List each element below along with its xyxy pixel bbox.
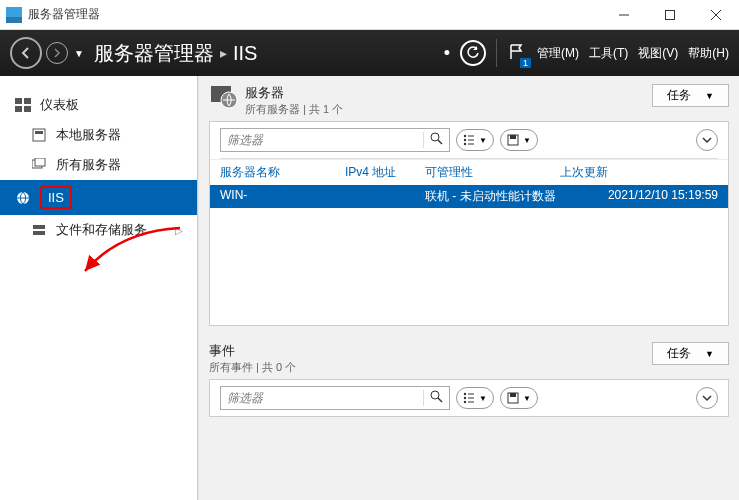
sidebar-item-label: 所有服务器	[56, 156, 121, 174]
search-icon[interactable]	[423, 390, 449, 406]
servers-table-header: 服务器名称 IPv4 地址 可管理性 上次更新	[210, 159, 728, 185]
events-tasks-button[interactable]: 任务 ▼	[652, 342, 729, 365]
chevron-down-icon	[702, 393, 712, 403]
menu-view[interactable]: 视图(V)	[638, 45, 678, 62]
menu-tools[interactable]: 工具(T)	[589, 45, 628, 62]
svg-point-17	[431, 133, 439, 141]
svg-rect-4	[15, 98, 22, 104]
col-ipv4[interactable]: IPv4 地址	[345, 164, 425, 181]
cell-server-name: WIN-	[220, 188, 345, 205]
caret-down-icon: ▼	[705, 91, 714, 101]
list-icon	[463, 392, 475, 404]
svg-point-29	[464, 393, 466, 395]
iis-icon	[14, 190, 32, 206]
app-icon	[6, 7, 22, 23]
sidebar-item-file-storage[interactable]: 文件和存储服务 ▷	[0, 215, 197, 245]
col-server-name[interactable]: 服务器名称	[220, 164, 345, 181]
caret-down-icon: ▼	[523, 136, 531, 145]
sidebar-item-all-servers[interactable]: 所有服务器	[0, 150, 197, 180]
servers-panel-icon	[209, 84, 239, 110]
save-query-button[interactable]: ▼	[500, 387, 538, 409]
titlebar: 服务器管理器	[0, 0, 739, 30]
svg-rect-9	[35, 131, 43, 134]
filter-options-button[interactable]: ▼	[456, 129, 494, 151]
col-manageability[interactable]: 可管理性	[425, 164, 560, 181]
search-icon[interactable]	[423, 132, 449, 148]
sidebar-item-label: 本地服务器	[56, 126, 121, 144]
save-query-button[interactable]: ▼	[500, 129, 538, 151]
svg-rect-14	[33, 231, 45, 235]
events-panel-title: 事件	[209, 342, 296, 360]
events-filter-input[interactable]	[221, 391, 423, 405]
servers-filter-input-wrap	[220, 128, 450, 152]
collapse-button[interactable]	[696, 387, 718, 409]
cell-manageability: 联机 - 未启动性能计数器	[425, 188, 570, 205]
servers-tasks-button[interactable]: 任务 ▼	[652, 84, 729, 107]
svg-rect-5	[24, 98, 31, 104]
caret-down-icon: ▼	[705, 349, 714, 359]
svg-rect-6	[15, 106, 22, 112]
svg-rect-8	[33, 129, 45, 141]
svg-rect-1	[666, 10, 675, 19]
storage-icon	[30, 222, 48, 238]
sidebar-item-local-server[interactable]: 本地服务器	[0, 120, 197, 150]
breadcrumb: 服务器管理器 ▸ IIS	[94, 40, 257, 67]
cell-last-update: 2021/12/10 15:19:59	[570, 188, 718, 205]
minimize-button[interactable]	[601, 0, 647, 30]
header-divider	[496, 39, 497, 67]
window-title: 服务器管理器	[28, 6, 100, 23]
breadcrumb-root[interactable]: 服务器管理器	[94, 40, 214, 67]
disk-icon	[507, 134, 519, 146]
svg-rect-36	[510, 393, 516, 397]
filter-options-button[interactable]: ▼	[456, 387, 494, 409]
sidebar: 仪表板 本地服务器 所有服务器 IIS 文件和存储服务 ▷	[0, 76, 198, 500]
main-content: 服务器 所有服务器 | 共 1 个 任务 ▼ ▼	[198, 76, 739, 500]
svg-point-27	[431, 391, 439, 399]
col-last-update[interactable]: 上次更新	[560, 164, 718, 181]
caret-down-icon: ▼	[479, 394, 487, 403]
header-bar: ▼ 服务器管理器 ▸ IIS • 1 管理(M) 工具(T) 视图(V) 帮助(…	[0, 30, 739, 76]
tasks-label: 任务	[667, 345, 691, 362]
notifications-flag-icon[interactable]: 1	[507, 43, 525, 64]
sidebar-item-label: IIS	[40, 186, 72, 209]
events-panel-subtitle: 所有事件 | 共 0 个	[209, 360, 296, 375]
caret-down-icon: ▼	[523, 394, 531, 403]
servers-table-body: WIN- 联机 - 未启动性能计数器 2021/12/10 15:19:59	[210, 185, 728, 325]
svg-point-33	[464, 401, 466, 403]
menu-help[interactable]: 帮助(H)	[688, 45, 729, 62]
servers-filter-input[interactable]	[221, 133, 423, 147]
sidebar-item-label: 文件和存储服务	[56, 221, 147, 239]
svg-point-19	[464, 135, 466, 137]
sidebar-item-dashboard[interactable]: 仪表板	[0, 90, 197, 120]
expand-icon[interactable]: ▷	[175, 225, 183, 236]
sidebar-item-label: 仪表板	[40, 96, 79, 114]
svg-rect-11	[35, 158, 45, 166]
breadcrumb-leaf[interactable]: IIS	[233, 42, 257, 65]
close-button[interactable]	[693, 0, 739, 30]
svg-rect-26	[510, 135, 516, 139]
svg-rect-7	[24, 106, 31, 112]
collapse-button[interactable]	[696, 129, 718, 151]
cell-ipv4	[345, 188, 425, 205]
svg-line-28	[438, 398, 442, 402]
servers-panel-title: 服务器	[245, 84, 343, 102]
table-row[interactable]: WIN- 联机 - 未启动性能计数器 2021/12/10 15:19:59	[210, 185, 728, 208]
breadcrumb-separator-icon: ▸	[220, 45, 227, 61]
chevron-down-icon	[702, 135, 712, 145]
servers-icon	[30, 157, 48, 173]
maximize-button[interactable]	[647, 0, 693, 30]
nav-dropdown-icon[interactable]: ▼	[74, 48, 84, 59]
list-icon	[463, 134, 475, 146]
dashboard-icon	[14, 97, 32, 113]
server-icon	[30, 127, 48, 143]
nav-back-button[interactable]	[10, 37, 42, 69]
overflow-dot-icon[interactable]: •	[444, 43, 450, 64]
refresh-button[interactable]	[460, 40, 486, 66]
svg-rect-13	[33, 225, 45, 229]
caret-down-icon: ▼	[479, 136, 487, 145]
servers-panel-subtitle: 所有服务器 | 共 1 个	[245, 102, 343, 117]
menu-manage[interactable]: 管理(M)	[537, 45, 579, 62]
nav-forward-button[interactable]	[46, 42, 68, 64]
sidebar-item-iis[interactable]: IIS	[0, 180, 197, 215]
tasks-label: 任务	[667, 87, 691, 104]
